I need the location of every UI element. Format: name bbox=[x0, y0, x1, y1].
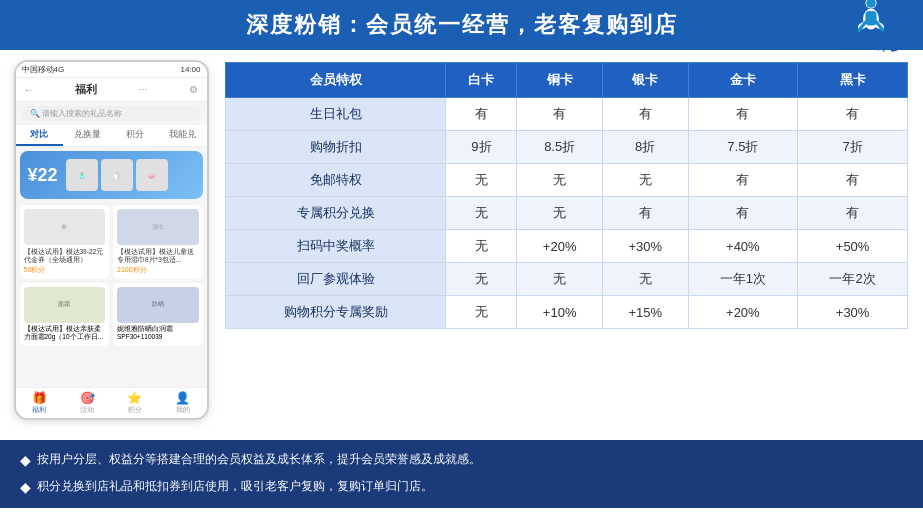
coupon-img-2: 🧻 bbox=[101, 159, 133, 191]
bottom-nav-points[interactable]: ⭐积分 bbox=[111, 391, 159, 415]
member-table: 会员特权 白卡 铜卡 银卡 金卡 黑卡 生日礼包有有有有有购物折扣9折8.5折8… bbox=[225, 62, 908, 329]
settings-icon: ⚙ bbox=[189, 84, 198, 95]
bullet-icon-2: ◆ bbox=[20, 477, 31, 498]
phone-status-bar: 中国移动4G 14:00 bbox=[16, 62, 207, 78]
feature-cell: 购物积分专属奖励 bbox=[226, 296, 446, 329]
value-cell: 7折 bbox=[798, 131, 908, 164]
phone-search[interactable]: 🔍 请输入搜索的礼品名称 bbox=[22, 106, 201, 121]
product-card-4[interactable]: 防晒 妮维雅防晒白润霜SPF30+110039 bbox=[113, 283, 203, 346]
feature-cell: 专属积分兑换 bbox=[226, 197, 446, 230]
product-card-1[interactable]: 券 【模达试用】模达39-22元代金券（全场通用） 50积分 bbox=[20, 205, 110, 279]
footer-item-1: ◆ 按用户分层、权益分等搭建合理的会员权益及成长体系，提升会员荣誉感及成就感。 bbox=[20, 450, 903, 471]
value-cell: 有 bbox=[446, 98, 517, 131]
value-cell: 有 bbox=[602, 197, 688, 230]
coupon-img-1: 🧴 bbox=[66, 159, 98, 191]
value-cell: +20% bbox=[688, 296, 798, 329]
col-header-silver: 银卡 bbox=[602, 63, 688, 98]
coupon-images: 🧴 🧻 🧼 bbox=[66, 159, 168, 191]
tab-exchange-volume[interactable]: 兑换量 bbox=[63, 125, 111, 146]
feature-cell: 回厂参观体验 bbox=[226, 263, 446, 296]
value-cell: 9折 bbox=[446, 131, 517, 164]
product-name-2: 【模达试用】模达儿童送专用湿巾8片*3包适... bbox=[117, 248, 199, 265]
product-points-1: 50积分 bbox=[24, 265, 106, 275]
table-row: 专属积分兑换无无有有有 bbox=[226, 197, 908, 230]
bottom-nav-activity[interactable]: 🎯活动 bbox=[63, 391, 111, 415]
value-cell: +30% bbox=[798, 296, 908, 329]
bottom-nav-welfare[interactable]: 🎁福利 bbox=[16, 391, 64, 415]
col-header-white: 白卡 bbox=[446, 63, 517, 98]
value-cell: 有 bbox=[798, 98, 908, 131]
carrier-text: 中国移动4G bbox=[22, 64, 65, 75]
tab-points[interactable]: 积分 bbox=[111, 125, 159, 146]
points-icon: ⭐ bbox=[111, 391, 159, 405]
coupon-img-3: 🧼 bbox=[136, 159, 168, 191]
table-row: 生日礼包有有有有有 bbox=[226, 98, 908, 131]
table-row: 扫码中奖概率无+20%+30%+40%+50% bbox=[226, 230, 908, 263]
value-cell: 无 bbox=[446, 263, 517, 296]
product-card-3[interactable]: 面霜 【模达试用】模达亲肤柔力面霜20g（10个工作日... bbox=[20, 283, 110, 346]
logo-area: midoo米多 bbox=[838, 0, 903, 55]
phone-bottom-nav: 🎁福利 🎯活动 ⭐积分 👤我的 bbox=[16, 387, 207, 418]
feature-cell: 免邮特权 bbox=[226, 164, 446, 197]
svg-rect-5 bbox=[865, 11, 876, 25]
back-icon: ← bbox=[24, 84, 34, 95]
value-cell: +30% bbox=[602, 230, 688, 263]
logo-icon bbox=[851, 0, 891, 35]
footer-text-2: 积分兑换到店礼品和抵扣券到店使用，吸引老客户复购，复购订单归门店。 bbox=[37, 477, 433, 495]
bottom-nav-mine[interactable]: 👤我的 bbox=[159, 391, 207, 415]
feature-cell: 扫码中奖概率 bbox=[226, 230, 446, 263]
product-img-4: 防晒 bbox=[117, 287, 199, 323]
page-title: 深度粉销：会员统一经营，老客复购到店 bbox=[246, 12, 678, 37]
welfare-icon: 🎁 bbox=[16, 391, 64, 405]
col-header-feature: 会员特权 bbox=[226, 63, 446, 98]
feature-cell: 生日礼包 bbox=[226, 98, 446, 131]
footer-text-1: 按用户分层、权益分等搭建合理的会员权益及成长体系，提升会员荣誉感及成就感。 bbox=[37, 450, 481, 468]
more-icon: ⋯ bbox=[138, 84, 148, 95]
value-cell: 无 bbox=[446, 296, 517, 329]
product-name-3: 【模达试用】模达亲肤柔力面霜20g（10个工作日... bbox=[24, 325, 106, 342]
time-text: 14:00 bbox=[180, 65, 200, 74]
product-img-2: 湿巾 bbox=[117, 209, 199, 245]
activity-icon: 🎯 bbox=[63, 391, 111, 405]
tab-compare[interactable]: 对比 bbox=[16, 125, 64, 146]
phone-nav-bar: ← 福利 ⋯ ⚙ bbox=[16, 78, 207, 102]
feature-cell: 购物折扣 bbox=[226, 131, 446, 164]
value-cell: 无 bbox=[446, 230, 517, 263]
bullet-icon-1: ◆ bbox=[20, 450, 31, 471]
value-cell: 无 bbox=[446, 164, 517, 197]
footer: ◆ 按用户分层、权益分等搭建合理的会员权益及成长体系，提升会员荣誉感及成就感。 … bbox=[0, 440, 923, 508]
value-cell: 有 bbox=[798, 164, 908, 197]
product-name-4: 妮维雅防晒白润霜SPF30+110039 bbox=[117, 325, 199, 342]
value-cell: 无 bbox=[446, 197, 517, 230]
page-header: 深度粉销：会员统一经营，老客复购到店 midoo米多 bbox=[0, 0, 923, 50]
value-cell: 有 bbox=[688, 164, 798, 197]
phone-tabs: 对比 兑换量 积分 我能兑 bbox=[16, 125, 207, 147]
search-placeholder: 请输入搜索的礼品名称 bbox=[42, 109, 122, 118]
table-header-row: 会员特权 白卡 铜卡 银卡 金卡 黑卡 bbox=[226, 63, 908, 98]
product-card-2[interactable]: 湿巾 【模达试用】模达儿童送专用湿巾8片*3包适... 2100积分 bbox=[113, 205, 203, 279]
search-icon: 🔍 bbox=[30, 109, 40, 118]
logo-text: midoo米多 bbox=[838, 37, 903, 55]
product-img-1: 券 bbox=[24, 209, 106, 245]
phone-mockup: 中国移动4G 14:00 ← 福利 ⋯ ⚙ 🔍 请输入搜索的礼品名称 对比 兑换… bbox=[0, 50, 220, 440]
col-header-gold: 金卡 bbox=[688, 63, 798, 98]
col-header-copper: 铜卡 bbox=[517, 63, 603, 98]
value-cell: +20% bbox=[517, 230, 603, 263]
col-header-black: 黑卡 bbox=[798, 63, 908, 98]
product-img-3: 面霜 bbox=[24, 287, 106, 323]
value-cell: 8.5折 bbox=[517, 131, 603, 164]
tab-can-exchange[interactable]: 我能兑 bbox=[159, 125, 207, 146]
main-content: 中国移动4G 14:00 ← 福利 ⋯ ⚙ 🔍 请输入搜索的礼品名称 对比 兑换… bbox=[0, 50, 923, 440]
table-row: 免邮特权无无无有有 bbox=[226, 164, 908, 197]
value-cell: 有 bbox=[602, 98, 688, 131]
value-cell: 无 bbox=[602, 164, 688, 197]
footer-item-2: ◆ 积分兑换到店礼品和抵扣券到店使用，吸引老客户复购，复购订单归门店。 bbox=[20, 477, 903, 498]
value-cell: 无 bbox=[517, 263, 603, 296]
phone-body: ¥22 🧴 🧻 🧼 券 【模达试用】模达39-22元代金券（全场通用） 50积分 bbox=[16, 147, 207, 387]
table-row: 购物折扣9折8.5折8折7.5折7折 bbox=[226, 131, 908, 164]
table-row: 回厂参观体验无无无一年1次一年2次 bbox=[226, 263, 908, 296]
mine-icon: 👤 bbox=[159, 391, 207, 405]
value-cell: 8折 bbox=[602, 131, 688, 164]
phone-nav-title: 福利 bbox=[75, 82, 97, 97]
value-cell: 7.5折 bbox=[688, 131, 798, 164]
